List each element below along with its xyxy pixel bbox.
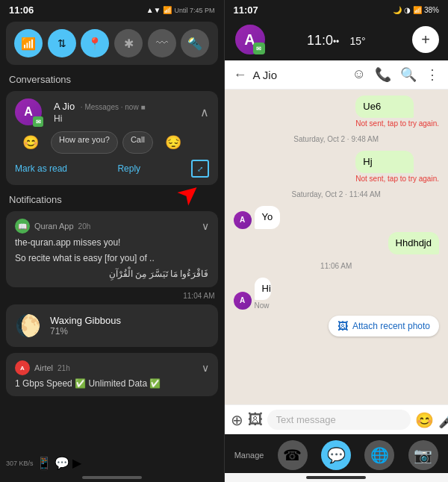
conv-actions: Mark as read Reply ⤢	[15, 160, 209, 178]
airtel-app-info: A Airtel 21h	[15, 360, 70, 375]
bottom-chat-icon: 💬	[55, 456, 69, 470]
airtel-notif-header: A Airtel 21h ∨	[15, 360, 209, 375]
airtel-notif-expand[interactable]: ∨	[202, 362, 209, 374]
fullscreen-icon[interactable]: ⤢	[191, 160, 209, 178]
nfc-toggle[interactable]: 〰	[148, 29, 176, 57]
conv-message: Hi	[54, 113, 145, 124]
time-temp-overlay: 11:0•• 15°	[307, 30, 366, 49]
conversations-header: Conversations	[0, 68, 224, 88]
message-input[interactable]	[267, 410, 411, 430]
chat-overlay: A ✉ + 11:0•• 15°	[225, 19, 449, 60]
moon-icon: 🌔	[15, 313, 41, 338]
manage-label[interactable]: Manage	[234, 451, 264, 460]
quran-app-name: Quran App	[34, 222, 74, 231]
table-row: Ue6 Not sent, tap to try again.	[234, 96, 440, 128]
flashlight-toggle[interactable]: 🔦	[181, 29, 209, 57]
chat-app-header: ← A Jio ☺ 📞 🔍 ⋮	[225, 60, 449, 90]
battery-label: 38%	[424, 6, 439, 14]
received-message-hi[interactable]: Hi	[255, 278, 272, 300]
add-icon[interactable]: ⊕	[231, 411, 243, 429]
sent-message-hhdhdjd[interactable]: Hhdhdjd	[388, 232, 439, 254]
sent-message-ue6[interactable]: Ue6	[355, 96, 414, 118]
attach-recent-photo-button[interactable]: 🖼 Attach recent photo	[329, 316, 439, 337]
more-options-icon[interactable]: ⋮	[426, 66, 439, 83]
airtel-notif-text: 1 Gbps Speed ✅ Unlimited Data ✅	[15, 378, 209, 389]
bluetooth-toggle[interactable]: ✱	[114, 29, 143, 57]
quick-reply-how-are-you[interactable]: How are you?	[51, 131, 118, 154]
table-row: Hhdhdjd	[234, 232, 440, 254]
bottom-phone-icon: 📱	[37, 456, 52, 470]
bottom-bar-left: 307 KB/s 📱 💬 ▶	[0, 453, 224, 473]
bottom-play-icon: ▶	[72, 456, 81, 470]
conv-info: A Jio · Messages · now ■ Hi	[54, 101, 145, 124]
moon-status-icon: 🌙	[393, 6, 402, 14]
quick-reply-emoji2[interactable]: 😔	[158, 131, 189, 154]
mark-as-read-button[interactable]: Mark as read	[15, 163, 67, 174]
wifi-toggle[interactable]: 📶	[14, 29, 43, 57]
float-avatar[interactable]: A ✉	[234, 23, 267, 56]
sent-message-hj[interactable]: Hj	[355, 151, 414, 173]
quran-notif-text2: So recite what is easy [for you] of ..	[15, 252, 209, 265]
location-toggle[interactable]: 📍	[81, 29, 109, 57]
home-indicator-right	[306, 476, 366, 479]
timestamp-badge: 11:04 AM	[0, 290, 224, 301]
airtel-app-name: Airtel	[34, 363, 53, 372]
contact-name: A Jio	[253, 69, 346, 81]
quick-reply-emoji1[interactable]: 😊	[15, 131, 46, 154]
attach-btn-label: Attach recent photo	[352, 321, 430, 331]
status-icons-left: ▲▼ 📶 Until 7:45 PM	[146, 6, 215, 14]
list-item: Hi Now	[255, 278, 279, 310]
timestamp-1106: 11:06 AM	[234, 262, 440, 270]
conv-avatar-badge: ✉	[33, 116, 43, 127]
emoji-input-icon[interactable]: 😊	[415, 411, 434, 429]
sticker-icon[interactable]: 🖼	[248, 411, 263, 428]
quick-reply-call[interactable]: Call	[122, 131, 153, 154]
quran-app-icon: 📖	[15, 219, 30, 234]
conv-expand-icon[interactable]: ∧	[200, 105, 209, 119]
back-button[interactable]: ←	[234, 67, 247, 83]
moon-info: Waxing Gibbous 71%	[50, 315, 209, 337]
status-bar-right: 11:07 🌙 ◑ 📶 38%	[225, 0, 449, 19]
input-area: ⊕ 🖼 😊 🎤	[225, 404, 449, 434]
mic-icon[interactable]: 🎤	[438, 411, 449, 429]
add-bubble-button[interactable]: +	[412, 26, 439, 53]
quick-settings-row: 📶 ⇅ 📍 ✱ 〰 🔦	[12, 29, 212, 57]
network-status-icon: ◑	[404, 6, 411, 14]
nav-messages[interactable]: 💬	[321, 440, 351, 470]
received-message-yo[interactable]: Yo	[255, 206, 281, 228]
table-row: A Hi Now	[234, 278, 440, 310]
quran-notif-arabic: فَاقْرَءُوا مَا تَيَسَّرَ مِنَ الْقُرْآن…	[15, 268, 209, 281]
quran-notif-text1: the-quran.app misses you!	[15, 237, 209, 249]
call-icon[interactable]: 📞	[375, 66, 391, 83]
msg-error-ue6[interactable]: Not sent, tap to try again.	[355, 119, 439, 128]
nav-phone[interactable]: ☎	[278, 440, 308, 470]
nav-browser[interactable]: 🌐	[364, 440, 394, 470]
moon-name: Waxing Gibbous	[50, 315, 209, 326]
bottom-nav: Manage ☎ 💬 🌐 📷	[225, 434, 449, 473]
list-item: Ue6 Not sent, tap to try again.	[355, 96, 439, 128]
bottom-kb-label: 307 KB/s	[6, 460, 34, 467]
airtel-logo: A	[15, 360, 30, 375]
nav-camera[interactable]: 📷	[408, 440, 438, 470]
msg-avatar-hi: A	[234, 292, 252, 310]
data-toggle[interactable]: ⇅	[48, 29, 76, 57]
list-item: Hj Not sent, tap to try again.	[355, 151, 439, 183]
emoji-icon[interactable]: ☺	[352, 66, 366, 83]
quick-settings-panel: 📶 ⇅ 📍 ✱ 〰 🔦	[6, 22, 218, 65]
chat-header-icons: ☺ 📞 🔍 ⋮	[352, 66, 439, 83]
quran-notification-card: 📖 Quran App 20h ∨ the-quran.app misses y…	[6, 211, 218, 287]
airtel-notification-card: A Airtel 21h ∨ 1 Gbps Speed ✅ Unlimited …	[6, 353, 218, 396]
airtel-notif-time: 21h	[57, 364, 70, 372]
status-icons-right: 🌙 ◑ 📶 38%	[393, 6, 439, 14]
search-icon[interactable]: 🔍	[400, 66, 417, 83]
timestamp-oct2-948: Saturday, Oct 2 · 9:48 AM	[234, 135, 440, 143]
quran-notif-expand[interactable]: ∨	[202, 220, 209, 232]
conv-header: A ✉ A Jio · Messages · now ■ Hi ∧	[15, 98, 209, 125]
signal-icon: ▲▼	[146, 6, 161, 14]
quran-notif-header: 📖 Quran App 20h ∨	[15, 219, 209, 234]
notifications-header: Notifications	[0, 188, 224, 208]
table-row: A Yo	[234, 206, 440, 228]
reply-button[interactable]: Reply	[117, 163, 140, 174]
msg-time-now: Now	[255, 301, 279, 310]
msg-error-hj[interactable]: Not sent, tap to try again.	[355, 175, 439, 183]
